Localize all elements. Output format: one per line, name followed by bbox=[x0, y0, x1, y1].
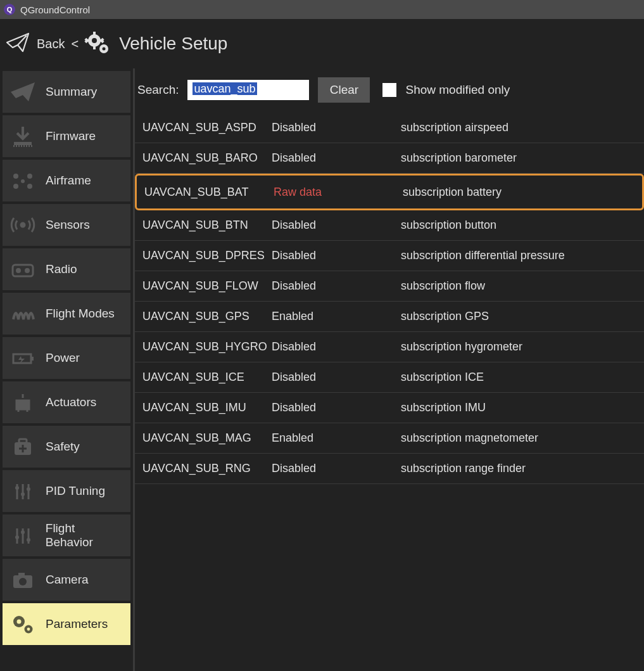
show-modified-label: Show modified only bbox=[405, 83, 510, 97]
gears-icon bbox=[8, 612, 38, 636]
svg-point-21 bbox=[25, 268, 30, 273]
svg-point-37 bbox=[27, 538, 30, 542]
chevron-left-icon: < bbox=[71, 37, 79, 51]
sidebar-item-label: Summary bbox=[46, 85, 97, 99]
sidebar-item-parameters[interactable]: Parameters bbox=[3, 603, 130, 645]
param-row[interactable]: UAVCAN_SUB_ICEDisabledsubscription ICE bbox=[135, 362, 644, 393]
sidebar-item-radio[interactable]: Radio bbox=[3, 248, 130, 290]
sidebar-item-airframe[interactable]: Airframe bbox=[3, 160, 130, 201]
param-description: subscription airspeed bbox=[401, 121, 636, 134]
sidebar-item-label: PID Tuning bbox=[46, 484, 105, 498]
param-description: subscription flow bbox=[401, 279, 636, 293]
actuators-icon bbox=[8, 392, 38, 413]
param-value: Disabled bbox=[272, 249, 401, 262]
param-name: UAVCAN_SUB_RNG bbox=[142, 462, 272, 475]
main-panel: Search: uavcan_sub Clear Show modified o… bbox=[135, 68, 644, 671]
svg-point-42 bbox=[17, 620, 22, 624]
app-name: QGroundControl bbox=[20, 4, 90, 15]
param-description: subscription IMU bbox=[401, 401, 636, 414]
param-row[interactable]: UAVCAN_SUB_ASPDDisabledsubscription airs… bbox=[135, 113, 644, 143]
svg-point-35 bbox=[15, 535, 19, 539]
svg-rect-25 bbox=[19, 439, 27, 443]
header: Back < Vehicle Setup bbox=[0, 19, 644, 68]
param-row[interactable]: UAVCAN_SUB_FLOWDisabledsubscription flow bbox=[135, 271, 644, 302]
sidebar-item-summary[interactable]: Summary bbox=[3, 71, 130, 113]
param-value: Enabled bbox=[272, 431, 401, 445]
param-name: UAVCAN_SUB_MAG bbox=[142, 431, 272, 445]
search-input-value: uavcan_sub bbox=[193, 82, 256, 95]
sidebar-item-label: Sensors bbox=[46, 218, 90, 232]
svg-rect-23 bbox=[32, 357, 34, 361]
param-row[interactable]: UAVCAN_SUB_BTNDisabledsubscription butto… bbox=[135, 210, 644, 241]
sidebar-item-label: Actuators bbox=[46, 395, 96, 409]
param-row[interactable]: UAVCAN_SUB_BARODisabledsubscription baro… bbox=[135, 143, 644, 174]
sidebar-item-firmware[interactable]: Firmware bbox=[3, 115, 130, 157]
svg-rect-2 bbox=[93, 32, 96, 35]
param-value: Disabled bbox=[272, 462, 401, 475]
param-description: subscription magnetometer bbox=[401, 431, 636, 445]
param-value: Disabled bbox=[272, 371, 401, 384]
param-description: subscription ICE bbox=[401, 371, 636, 384]
radio-icon bbox=[8, 259, 38, 280]
param-row[interactable]: UAVCAN_SUB_DPRESDisabledsubscription dif… bbox=[135, 241, 644, 271]
sidebar-item-safety[interactable]: Safety bbox=[3, 426, 130, 468]
sliders-icon bbox=[8, 525, 38, 546]
param-name: UAVCAN_SUB_GPS bbox=[142, 310, 272, 323]
svg-point-13 bbox=[13, 174, 18, 179]
sidebar-item-label: Radio bbox=[46, 262, 77, 276]
sliders-icon bbox=[8, 480, 38, 502]
svg-point-15 bbox=[13, 184, 18, 189]
search-input[interactable]: uavcan_sub bbox=[187, 80, 309, 100]
param-row[interactable]: UAVCAN_SUB_MAGEnabledsubscription magnet… bbox=[135, 423, 644, 454]
sensors-icon bbox=[8, 214, 38, 236]
sidebar-item-pid-tuning[interactable]: PID Tuning bbox=[3, 470, 130, 512]
param-value: Disabled bbox=[272, 151, 401, 165]
sidebar-item-label: Camera bbox=[46, 573, 89, 587]
param-value: Disabled bbox=[272, 340, 401, 354]
camera-icon bbox=[8, 569, 38, 591]
svg-point-17 bbox=[21, 179, 25, 183]
sidebar-item-camera[interactable]: Camera bbox=[3, 559, 130, 601]
param-row[interactable]: UAVCAN_SUB_RNGDisabledsubscription range… bbox=[135, 454, 644, 484]
sidebar-item-flight-behavior[interactable]: Flight Behavior bbox=[3, 514, 130, 556]
svg-point-20 bbox=[16, 268, 21, 273]
param-name: UAVCAN_SUB_BAT bbox=[144, 186, 274, 199]
sidebar-item-label: Safety bbox=[46, 440, 80, 454]
param-name: UAVCAN_SUB_DPRES bbox=[142, 249, 272, 262]
param-value: Raw data bbox=[274, 186, 403, 199]
sidebar-item-flight-modes[interactable]: Flight Modes bbox=[3, 293, 130, 335]
flight-modes-icon bbox=[8, 303, 38, 324]
airframe-icon bbox=[8, 170, 38, 191]
paper-plane-icon bbox=[5, 30, 30, 58]
param-value: Disabled bbox=[272, 279, 401, 293]
param-description: subscription GPS bbox=[401, 310, 636, 323]
param-value: Enabled bbox=[272, 310, 401, 323]
medkit-icon bbox=[8, 436, 38, 457]
param-row[interactable]: UAVCAN_SUB_HYGRODisabledsubscription hyg… bbox=[135, 332, 644, 362]
svg-point-30 bbox=[21, 492, 25, 496]
param-row[interactable]: UAVCAN_SUB_IMUDisabledsubscription IMU bbox=[135, 393, 644, 423]
param-name: UAVCAN_SUB_IMU bbox=[142, 401, 272, 414]
param-row[interactable]: UAVCAN_SUB_BATRaw datasubscription batte… bbox=[135, 174, 644, 210]
battery-icon bbox=[8, 347, 38, 369]
sidebar-item-sensors[interactable]: Sensors bbox=[3, 204, 130, 246]
param-name: UAVCAN_SUB_FLOW bbox=[142, 279, 272, 293]
svg-rect-39 bbox=[18, 573, 25, 576]
sidebar-item-actuators[interactable]: Actuators bbox=[3, 381, 130, 423]
param-description: subscription range finder bbox=[401, 462, 636, 475]
sidebar-item-power[interactable]: Power bbox=[3, 337, 130, 379]
param-name: UAVCAN_SUB_ASPD bbox=[142, 121, 272, 134]
back-button[interactable]: Back < bbox=[5, 30, 79, 58]
clear-button[interactable]: Clear bbox=[318, 77, 370, 103]
show-modified-checkbox[interactable] bbox=[382, 83, 396, 97]
svg-point-36 bbox=[21, 530, 25, 534]
param-description: subscription differential pressure bbox=[401, 249, 636, 262]
svg-point-18 bbox=[21, 223, 25, 227]
content: Summary Firmware Airframe Sensors Radio bbox=[0, 68, 644, 671]
search-row: Search: uavcan_sub Clear Show modified o… bbox=[135, 68, 644, 113]
svg-point-40 bbox=[19, 578, 27, 585]
param-name: UAVCAN_SUB_HYGRO bbox=[142, 340, 272, 354]
param-row[interactable]: UAVCAN_SUB_GPSEnabledsubscription GPS bbox=[135, 302, 644, 332]
download-icon bbox=[8, 125, 38, 147]
param-value: Disabled bbox=[272, 219, 401, 232]
